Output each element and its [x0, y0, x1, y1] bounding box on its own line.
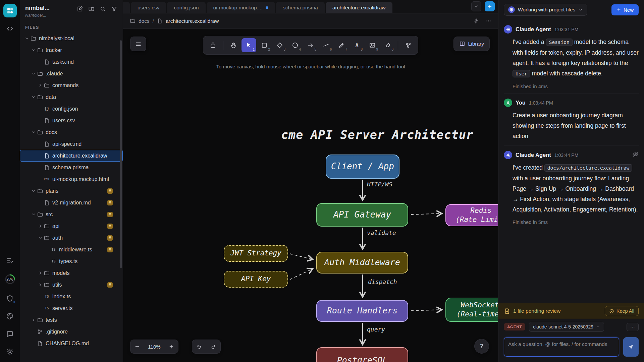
- breadcrumb-file[interactable]: architecture.excalidraw: [166, 18, 219, 24]
- new-folder-icon[interactable]: [88, 6, 95, 12]
- tree-folder-api[interactable]: apiM: [20, 220, 123, 232]
- nimbalyst-logo-icon: [6, 7, 14, 15]
- user-avatar: [504, 99, 512, 107]
- diagram-node-jwt-strategy[interactable]: JWT Strategy: [224, 245, 288, 262]
- model-selector[interactable]: claude-sonnet-4-5-20250929: [529, 322, 604, 332]
- modified-badge: M: [107, 212, 113, 217]
- tree-file-types-ts[interactable]: TStypes.ts: [20, 255, 123, 267]
- tree-folder-models[interactable]: models: [20, 267, 123, 279]
- rail-item-feedback[interactable]: [6, 329, 14, 338]
- tab-list-dropdown[interactable]: [471, 1, 481, 11]
- assistant-header: Working with project files New: [498, 0, 644, 19]
- diagram-node-route-handlers[interactable]: Route Handlers: [316, 300, 408, 322]
- rail-item-task-list[interactable]: [6, 256, 14, 264]
- undo-button[interactable]: [192, 340, 206, 353]
- file-review-icon: [504, 308, 510, 314]
- zoom-in-button[interactable]: [165, 340, 178, 353]
- zoom-out-button[interactable]: [130, 340, 144, 353]
- ts-icon: TS: [44, 305, 50, 311]
- tree-file-schema-prisma[interactable]: schema.prisma: [20, 162, 123, 173]
- tree-file-changelog-md[interactable]: CHANGELOG.md: [20, 338, 123, 349]
- tab-users-csv[interactable]: users.csv: [131, 2, 166, 13]
- chevronRight-icon: [37, 282, 43, 287]
- new-chat-button[interactable]: New: [611, 4, 639, 15]
- modified-badge: M: [107, 282, 113, 288]
- sidebar-scrollbar[interactable]: [120, 40, 122, 268]
- tree-folder-docs[interactable]: docs: [20, 126, 123, 138]
- tree-file-ui-mockup-mockup-html[interactable]: HTMLui-mockup.mockup.html: [20, 173, 123, 185]
- tree-file-index-ts[interactable]: TSindex.ts: [20, 291, 123, 302]
- chevronDown-icon: [31, 71, 37, 76]
- tree-folder-src[interactable]: srcM: [20, 208, 123, 220]
- diagram-node-postgresql[interactable]: PostgreSQL: [316, 347, 408, 362]
- send-button[interactable]: [623, 337, 639, 357]
- tab-architecture-excalidraw[interactable]: architecture.excalidraw: [326, 2, 392, 13]
- more-options-icon[interactable]: [486, 18, 491, 24]
- diagram-node-client-app[interactable]: Client / App: [326, 155, 399, 179]
- tab-ui-mockup-mockup[interactable]: ui-mockup.mockup....: [207, 2, 275, 13]
- folder-icon: [44, 223, 50, 229]
- palette-icon: [6, 312, 14, 320]
- tree-folder-auth[interactable]: authM: [20, 232, 123, 244]
- modified-badge: M: [107, 224, 113, 229]
- zoom-level[interactable]: 110%: [144, 344, 165, 350]
- diagram-node-auth-middleware[interactable]: Auth Middleware: [316, 252, 408, 274]
- new-file-icon[interactable]: [77, 6, 83, 12]
- tree-file-server-ts[interactable]: TSserver.ts: [20, 302, 123, 314]
- agent-options-button[interactable]: ⋯: [627, 323, 639, 331]
- tree-folder-plans[interactable]: plansM: [20, 185, 123, 197]
- git-icon: [37, 329, 43, 335]
- rail-item-appearance[interactable]: [6, 312, 14, 320]
- tree-file-architecture-excalidraw[interactable]: architecture.excalidraw: [20, 150, 123, 162]
- rail-item-security[interactable]: [6, 294, 14, 303]
- filter-icon[interactable]: [111, 6, 117, 12]
- tree-folder-commands[interactable]: commands: [20, 79, 123, 91]
- help-button[interactable]: ?: [475, 339, 489, 353]
- diagram-node-api-gateway[interactable]: API Gateway: [316, 203, 408, 227]
- search-icon[interactable]: [100, 6, 106, 12]
- app-logo[interactable]: [3, 4, 17, 17]
- tab-config-json[interactable]: config.json: [167, 2, 205, 13]
- chat-icon: [6, 330, 14, 338]
- plus-icon: [169, 344, 174, 349]
- tree-file-api-spec-md[interactable]: api-spec.md: [20, 138, 123, 150]
- keep-all-button[interactable]: Keep All: [605, 306, 639, 316]
- rail-item-context-usage[interactable]: 25%: [4, 274, 16, 285]
- tree-file-config-json[interactable]: {}config.json: [20, 103, 123, 115]
- breadcrumb: docs / architecture.excalidraw: [123, 13, 498, 29]
- tree-file-tasks-md[interactable]: tasks.md: [20, 56, 123, 68]
- diagram-title[interactable]: cme API Server Architectur: [281, 128, 474, 141]
- rail-item-settings[interactable]: [6, 347, 14, 356]
- new-tab-button[interactable]: [485, 1, 495, 11]
- diagram-node-api-key[interactable]: API Key: [224, 271, 288, 288]
- tree-folder-nimbalyst-local[interactable]: nimbalyst-local: [20, 33, 123, 44]
- tab-partial[interactable]: [123, 2, 130, 13]
- diagram-node-redis-rate-limiter[interactable]: Redis(Rate Limite: [445, 204, 498, 226]
- tree-folder-data[interactable]: data: [20, 91, 123, 103]
- context-selector[interactable]: Working with project files: [504, 4, 587, 16]
- breadcrumb-folder[interactable]: docs: [139, 18, 150, 24]
- usage-ring-icon: 25%: [4, 274, 16, 285]
- person-icon: [506, 101, 511, 105]
- tree-file-users-csv[interactable]: users.csv: [20, 115, 123, 126]
- tree-folder-utils[interactable]: utilsM: [20, 279, 123, 291]
- file-label: api: [52, 223, 59, 229]
- tree-file-middleware-ts[interactable]: TSmiddleware.tsM: [20, 244, 123, 255]
- diagram-node-websocket-realtime[interactable]: WebSocket(Real-time): [445, 298, 498, 322]
- quick-actions-icon[interactable]: [473, 18, 479, 24]
- chat-input[interactable]: [504, 337, 619, 357]
- visibility-toggle[interactable]: [632, 151, 639, 159]
- tree-folder-tests[interactable]: tests: [20, 314, 123, 326]
- tree-folder-tracker[interactable]: tracker: [20, 44, 123, 56]
- tree-file-gitignore[interactable]: .gitignore: [20, 326, 123, 338]
- agent-bar: AGENT claude-sonnet-4-5-20250929 ⋯: [498, 319, 644, 335]
- file-label: tracker: [46, 47, 62, 53]
- context-label: Working with project files: [518, 7, 575, 13]
- tab-schema-prisma[interactable]: schema.prisma: [276, 2, 325, 13]
- tree-folder-claude[interactable]: .claude: [20, 68, 123, 79]
- message-time: 1:03:44 PM: [529, 100, 553, 106]
- redo-button[interactable]: [206, 340, 220, 353]
- rail-item-code-panel[interactable]: [6, 24, 14, 33]
- tree-file-v2-migration-md[interactable]: v2-migration.mdM: [20, 197, 123, 208]
- excalidraw-canvas[interactable]: 1234567A890 Library To move canvas, hold…: [123, 29, 498, 362]
